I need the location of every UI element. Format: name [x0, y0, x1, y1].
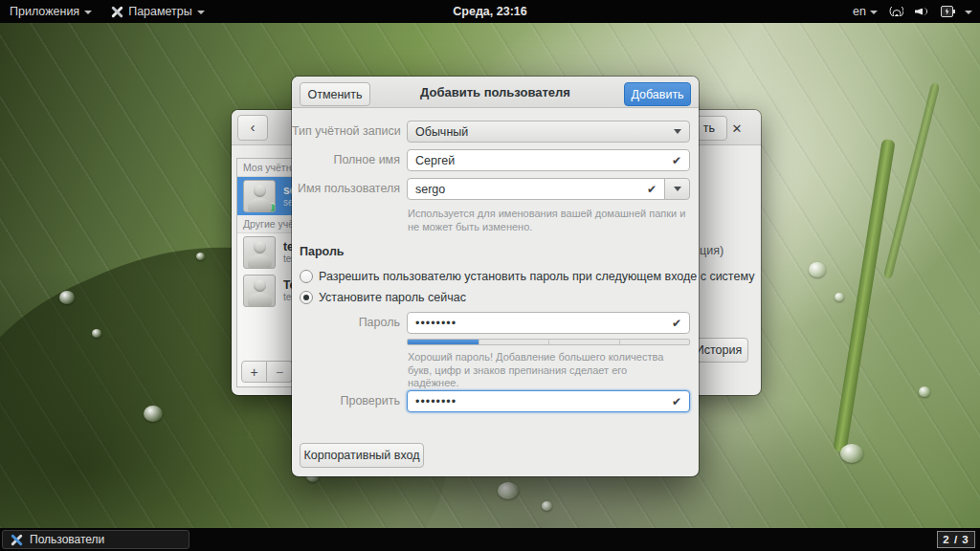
workspace-indicator[interactable]: 2 / 3 [937, 531, 975, 548]
radio-set-password-now[interactable] [300, 291, 313, 304]
check-icon [672, 395, 681, 408]
bottom-taskbar: Пользователи 2 / 3 [0, 528, 980, 551]
user-avatar [243, 236, 276, 269]
close-icon[interactable] [726, 118, 747, 139]
water-droplet [144, 406, 163, 422]
username-dropdown-button[interactable] [664, 178, 690, 200]
remove-user-button[interactable]: − [267, 361, 293, 383]
username-input[interactable]: sergo [407, 178, 665, 200]
check-icon [647, 183, 657, 196]
password-label: Пароль [292, 312, 400, 334]
list-add-remove-toolbar: + − [241, 361, 293, 383]
wifi-icon[interactable] [889, 7, 903, 16]
password-input[interactable]: •••••••• [407, 312, 690, 334]
check-icon [672, 154, 681, 167]
radio-set-at-next-login[interactable] [300, 270, 313, 283]
full-name-label: Полное имя [292, 149, 400, 171]
verify-label: Проверить [292, 390, 400, 412]
user-avatar [243, 275, 276, 307]
taskbar-window-label: Пользователи [30, 533, 104, 546]
check-icon [672, 317, 681, 330]
account-type-text-partial: ция) [700, 244, 724, 257]
online-status-dot [266, 203, 276, 212]
account-type-label: Тип учётной записи [292, 121, 400, 143]
username-value: sergo [415, 183, 641, 196]
account-type-value: Обычный [415, 125, 674, 139]
cancel-button[interactable]: Отменить [300, 82, 370, 106]
keyboard-layout-indicator[interactable]: en [853, 5, 878, 18]
user-avatar [243, 180, 276, 212]
taskbar-window-button[interactable]: Пользователи [2, 530, 189, 549]
password-strength-fill [408, 340, 479, 344]
water-droplet [92, 329, 101, 338]
add-user-dialog: Добавить пользователя Отменить Добавить … [292, 77, 699, 476]
verify-password-value: •••••••• [415, 395, 666, 408]
desktop-wallpaper: ть Моя учётная se ser Другие учёт te [0, 23, 980, 528]
battery-icon[interactable] [941, 6, 953, 17]
water-droplet [498, 482, 519, 499]
username-label: Имя пользователя [292, 178, 400, 200]
water-droplet [542, 501, 552, 511]
water-droplet [59, 291, 75, 304]
water-droplet [809, 262, 826, 277]
keyboard-layout-label: en [853, 5, 866, 18]
top-bar: Приложения Параметры Среда, 23:16 en [0, 0, 980, 23]
password-strength-meter [407, 339, 690, 345]
system-tray: en [853, 5, 980, 18]
password-section-label: Пароль [300, 245, 345, 258]
username-hint: Используется для именования вашей домашн… [408, 208, 689, 233]
clock[interactable]: Среда, 23:16 [0, 5, 980, 18]
password-value: •••••••• [415, 317, 666, 330]
add-user-button[interactable]: + [241, 361, 267, 383]
account-type-combobox[interactable]: Обычный [407, 121, 690, 143]
chevron-down-icon [870, 11, 878, 14]
full-name-value: Сергей [415, 154, 666, 167]
water-droplet [835, 293, 844, 301]
water-droplet [196, 253, 205, 260]
water-droplet [840, 444, 863, 463]
add-button[interactable]: Добавить [624, 82, 691, 106]
password-hint: Хороший пароль! Добавление большего коли… [408, 351, 676, 390]
verify-password-input[interactable]: •••••••• [407, 390, 690, 412]
chevron-down-icon [674, 187, 681, 191]
radio-set-at-next-login-label[interactable]: Разрешить пользователю установить пароль… [319, 270, 754, 284]
screen: Приложения Параметры Среда, 23:16 en [0, 0, 980, 551]
enterprise-login-button[interactable]: Корпоративный вход [300, 443, 424, 468]
water-droplet [919, 386, 930, 397]
volume-icon[interactable] [915, 7, 929, 17]
full-name-input[interactable]: Сергей [407, 149, 690, 171]
chevron-down-icon[interactable] [965, 11, 972, 14]
radio-set-password-now-label[interactable]: Установите пароль сейчас [319, 291, 466, 305]
tools-icon [11, 534, 23, 546]
back-button[interactable] [237, 115, 268, 141]
chevron-down-icon [674, 129, 681, 134]
